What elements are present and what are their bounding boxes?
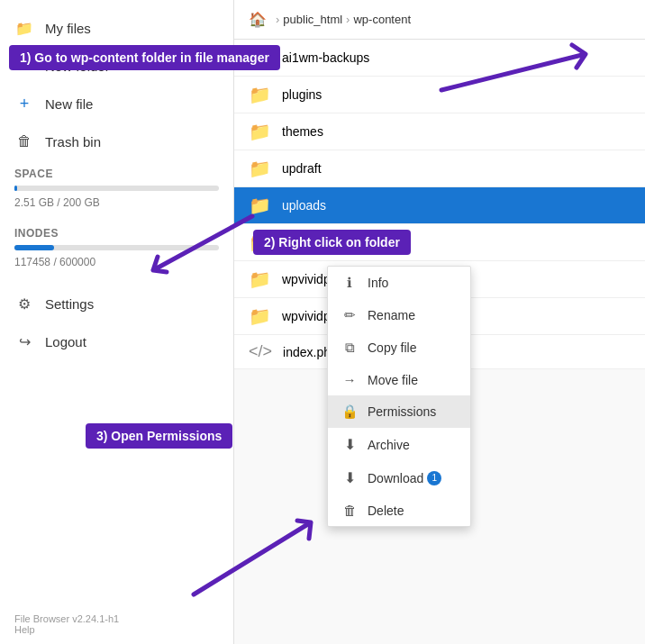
context-menu-delete-label: Delete xyxy=(368,503,404,518)
download-badge: 1 xyxy=(427,471,441,485)
context-menu-archive-label: Archive xyxy=(368,438,410,452)
file-icon-index: </> xyxy=(249,342,272,361)
sidebar-label-new-file: New file xyxy=(45,96,93,112)
arrow3 xyxy=(140,495,338,603)
folder-icon-plugins: 📁 xyxy=(249,84,271,105)
folder-icon-themes: 📁 xyxy=(249,121,271,142)
file-name-plugins: plugins xyxy=(282,87,322,102)
add-file-icon: + xyxy=(14,94,34,113)
breadcrumb-sep-1: › xyxy=(276,13,279,26)
download-icon: ⬇ xyxy=(341,469,359,486)
context-menu-delete[interactable]: 🗑 Delete xyxy=(328,494,470,526)
arrow2 xyxy=(117,198,261,288)
lock-icon: 🔒 xyxy=(341,404,359,420)
space-section-title: Space xyxy=(0,160,233,182)
sidebar-label-trash-bin: Trash bin xyxy=(45,134,101,150)
copy-icon: ⧉ xyxy=(341,340,359,356)
archive-icon: ⬇ xyxy=(341,436,359,453)
info-icon: ℹ xyxy=(341,275,359,291)
delete-icon: 🗑 xyxy=(341,503,359,518)
breadcrumb-sep-2: › xyxy=(346,13,350,26)
sidebar-item-new-file[interactable]: + New file xyxy=(0,85,233,122)
move-icon: → xyxy=(341,372,359,387)
context-menu-rename-label: Rename xyxy=(368,308,415,322)
sidebar-item-my-files[interactable]: 📁 My files xyxy=(0,9,233,47)
version-label: File Browser v2.24.1-h1 xyxy=(14,613,219,624)
context-menu-copy-label: Copy file xyxy=(368,340,416,355)
space-bar-fill xyxy=(14,186,17,191)
sidebar-label-logout: Logout xyxy=(45,334,86,349)
space-label: 2.51 GB / 200 GB xyxy=(14,196,100,209)
logout-icon: ↪ xyxy=(14,331,34,351)
sidebar-item-trash-bin[interactable]: 🗑 Trash bin xyxy=(0,122,233,160)
context-menu-archive[interactable]: ⬇ Archive xyxy=(328,428,470,461)
home-icon[interactable]: 🏠 xyxy=(249,11,267,28)
help-label: Help xyxy=(14,624,219,635)
trash-icon: 🗑 xyxy=(14,132,34,151)
context-menu-permissions[interactable]: 🔒 Permissions xyxy=(328,395,470,428)
annotation-step3: 3) Open Permissions xyxy=(86,423,232,449)
settings-icon: ⚙ xyxy=(14,294,34,313)
folder-icon-updraft: 📁 xyxy=(249,158,271,179)
breadcrumb: 🏠 › public_html › wp-content xyxy=(234,0,645,40)
sidebar-footer: File Browser v2.24.1-h1 Help xyxy=(0,604,233,644)
file-name-updraft: updraft xyxy=(282,161,322,176)
context-menu-copy-file[interactable]: ⧉ Copy file xyxy=(328,331,470,364)
context-menu-move-file[interactable]: → Move file xyxy=(328,364,470,395)
context-menu-info[interactable]: ℹ Info xyxy=(328,267,470,299)
sidebar-label-my-files: My files xyxy=(45,21,91,36)
folder-icon: 📁 xyxy=(14,18,34,38)
context-menu-permissions-label: Permissions xyxy=(368,404,436,419)
file-row-themes[interactable]: 📁 themes xyxy=(234,113,645,150)
file-name-ai1wm: ai1wm-backups xyxy=(282,50,369,65)
inodes-bar-fill xyxy=(14,245,54,250)
file-row-uploads[interactable]: 📁 uploads xyxy=(234,187,645,224)
file-name-themes: themes xyxy=(282,124,323,139)
context-menu-download-label: Download xyxy=(368,471,423,485)
sidebar-item-logout[interactable]: ↪ Logout xyxy=(0,322,233,360)
breadcrumb-wp-content[interactable]: wp-content xyxy=(353,13,411,26)
breadcrumb-public-html[interactable]: public_html xyxy=(283,13,342,26)
folder-icon-wpvivid3: 📁 xyxy=(249,305,271,327)
context-menu: ℹ Info ✏ Rename ⧉ Copy file → Move file … xyxy=(327,266,471,527)
space-bar xyxy=(14,186,219,191)
file-row-updraft[interactable]: 📁 updraft xyxy=(234,150,645,187)
context-menu-info-label: Info xyxy=(368,276,388,290)
rename-icon: ✏ xyxy=(341,307,359,323)
annotation-step1: 1) Go to wp-content folder in file manag… xyxy=(9,45,280,70)
arrow1 xyxy=(432,36,631,108)
sidebar-label-settings: Settings xyxy=(45,296,94,312)
annotation-step2: 2) Right click on folder xyxy=(253,230,411,255)
sidebar-item-settings[interactable]: ⚙ Settings xyxy=(0,285,233,322)
context-menu-download[interactable]: ⬇ Download 1 xyxy=(328,461,470,494)
file-name-uploads: uploads xyxy=(282,198,326,213)
context-menu-rename[interactable]: ✏ Rename xyxy=(328,299,470,331)
inodes-label: 117458 / 600000 xyxy=(14,256,95,268)
context-menu-move-label: Move file xyxy=(368,373,418,387)
